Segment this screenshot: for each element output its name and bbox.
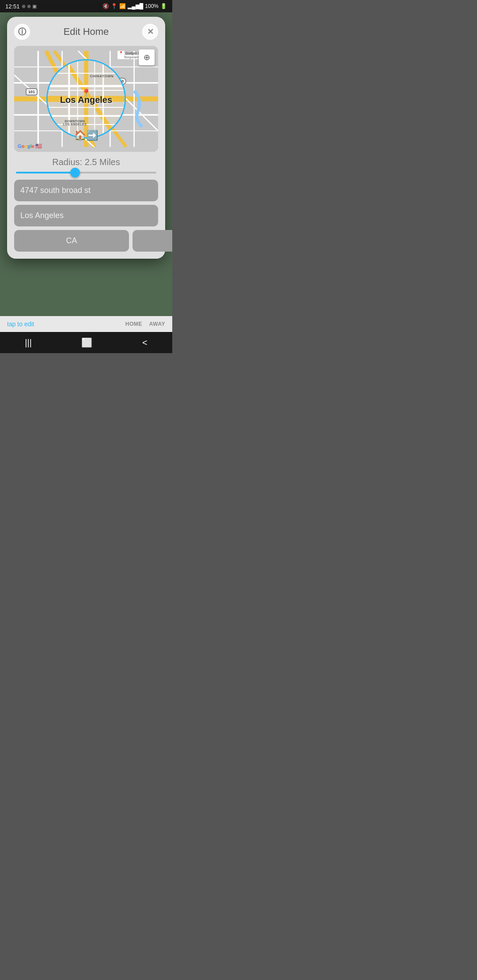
map-background: 101 110 📍 Dodger Stadium Temporarily clo… [14, 46, 158, 152]
time-display: 12:51 [5, 3, 20, 10]
radius-label: Radius: 2.5 Miles [14, 157, 158, 167]
signal-icon: ▂▄▆█ [128, 3, 143, 9]
wifi-icon: 📶 [119, 3, 126, 9]
modal-overlay: ⓘ Edit Home ✕ [0, 12, 172, 332]
close-icon: ✕ [147, 27, 154, 37]
map-container[interactable]: 101 110 📍 Dodger Stadium Temporarily clo… [14, 46, 158, 152]
map-circle: 📍 CHINATOWN Los Angeles DOWNTOWNLOS ANGE… [46, 59, 126, 139]
bottom-nav-bar: ||| ⬜ < [0, 332, 172, 353]
location-pin: 📍 [81, 88, 91, 98]
battery-display: 100% [145, 3, 159, 9]
google-o2: o [24, 143, 27, 149]
battery-icon: 🔋 [160, 3, 167, 9]
route-101-label: 101 [28, 90, 35, 94]
circle-inner-map: 📍 CHINATOWN Los Angeles DOWNTOWNLOS ANGE… [48, 60, 125, 137]
gps-icon: ⊕ [144, 53, 150, 62]
radius-slider-container [14, 172, 158, 173]
state-input[interactable] [14, 230, 129, 252]
location-icon: 📍 [111, 3, 117, 9]
google-logo: G o o g l e 🇺🇸 [18, 143, 42, 149]
slider-fill [16, 172, 75, 173]
menu-nav-button[interactable]: ||| [25, 338, 32, 348]
close-button[interactable]: ✕ [142, 24, 158, 40]
chinatown-label: CHINATOWN [90, 74, 114, 78]
status-right: 🔇 📍 📶 ▂▄▆█ 100% 🔋 [102, 3, 167, 9]
route-shield-101: 101 [26, 88, 38, 95]
address-line2-input[interactable] [14, 205, 158, 226]
status-left: 12:51 ⊕ ⊕ ▣ [5, 3, 37, 10]
info-icon: ⓘ [18, 26, 26, 37]
google-e: e [32, 143, 34, 149]
google-flag: 🇺🇸 [35, 143, 42, 149]
notification-icons: ⊕ ⊕ ▣ [22, 4, 37, 9]
bottom-inputs-row: SAVE [14, 230, 158, 252]
google-o1: o [22, 143, 25, 149]
address-line1-input[interactable] [14, 180, 158, 201]
downtown-label: DOWNTOWNLOS ANGELES [63, 120, 87, 126]
google-g: G [18, 143, 22, 149]
edit-home-modal: ⓘ Edit Home ✕ [7, 17, 165, 259]
modal-title: Edit Home [30, 26, 142, 38]
google-g2: g [27, 143, 30, 149]
slider-thumb[interactable] [70, 168, 80, 177]
modal-header: ⓘ Edit Home ✕ [14, 24, 158, 40]
zip-input[interactable] [132, 230, 172, 252]
map-home-icon: 🏠➡️ [74, 130, 98, 141]
info-button[interactable]: ⓘ [14, 24, 30, 40]
gps-button[interactable]: ⊕ [139, 49, 155, 65]
mute-icon: 🔇 [102, 3, 109, 9]
home-nav-button[interactable]: ⬜ [81, 337, 92, 348]
back-nav-button[interactable]: < [142, 338, 148, 348]
slider-track[interactable] [16, 172, 156, 173]
status-bar: 12:51 ⊕ ⊕ ▣ 🔇 📍 📶 ▂▄▆█ 100% 🔋 [0, 0, 172, 12]
